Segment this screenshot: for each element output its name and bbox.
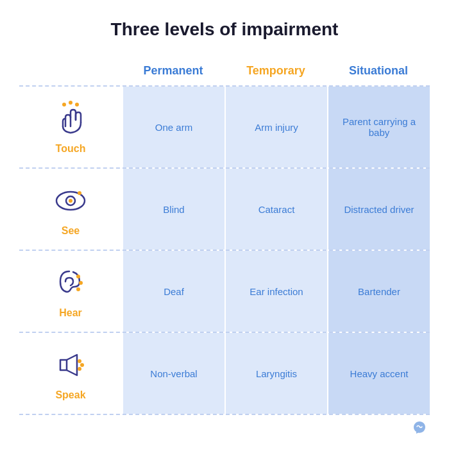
svg-point-0 bbox=[62, 103, 66, 106]
hear-label: Hear bbox=[59, 307, 82, 319]
svg-point-2 bbox=[75, 103, 79, 106]
svg-point-11 bbox=[78, 359, 81, 363]
svg-point-8 bbox=[79, 281, 83, 285]
header-permanent: Permanent bbox=[122, 59, 224, 85]
svg-point-7 bbox=[76, 275, 80, 278]
see-label: See bbox=[62, 225, 80, 237]
hear-temporary: Ear infection bbox=[224, 251, 327, 332]
logo-area bbox=[19, 420, 430, 436]
touch-situational: Parent carrying a baby bbox=[327, 87, 430, 167]
svg-marker-10 bbox=[60, 360, 67, 370]
svg-point-1 bbox=[69, 101, 72, 105]
see-situational: Distracted driver bbox=[327, 169, 430, 250]
speak-situational: Heavy accent bbox=[327, 333, 430, 414]
table-row-touch: Touch One arm Arm injury Parent carrying… bbox=[19, 85, 430, 167]
table-row-hear: Hear Deaf Ear infection Bartender bbox=[19, 250, 430, 332]
watermark-logo bbox=[412, 420, 427, 436]
speak-permanent: Non-verbal bbox=[122, 333, 224, 414]
touch-label: Touch bbox=[56, 143, 86, 155]
see-permanent: Blind bbox=[122, 169, 224, 250]
speak-icon bbox=[51, 346, 90, 384]
touch-icon bbox=[51, 99, 90, 138]
svg-point-5 bbox=[69, 199, 72, 203]
icon-cell-touch: Touch bbox=[19, 87, 122, 167]
hear-icon bbox=[51, 264, 90, 302]
touch-permanent: One arm bbox=[122, 87, 224, 167]
hear-permanent: Deaf bbox=[122, 251, 224, 332]
icon-cell-speak: Speak bbox=[19, 333, 122, 414]
see-icon bbox=[51, 182, 90, 220]
hear-situational: Bartender bbox=[327, 251, 430, 332]
page-title: Three levels of impairment bbox=[111, 19, 339, 40]
svg-point-6 bbox=[78, 191, 81, 195]
speak-label: Speak bbox=[55, 389, 85, 401]
header-temporary: Temporary bbox=[224, 59, 327, 85]
header-ability bbox=[19, 59, 122, 85]
svg-point-13 bbox=[78, 367, 81, 371]
table-header: Permanent Temporary Situational bbox=[19, 59, 430, 85]
table-row-speak: Speak Non-verbal Laryngitis Heavy accent bbox=[19, 332, 430, 415]
touch-temporary: Arm injury bbox=[224, 87, 327, 167]
svg-point-12 bbox=[80, 363, 84, 367]
icon-cell-hear: Hear bbox=[19, 251, 122, 332]
see-temporary: Cataract bbox=[224, 169, 327, 250]
header-situational: Situational bbox=[327, 59, 430, 85]
table-row-see: See Blind Cataract Distracted driver bbox=[19, 167, 430, 250]
impairment-table: Permanent Temporary Situational bbox=[19, 59, 430, 415]
svg-point-9 bbox=[76, 287, 80, 291]
speak-temporary: Laryngitis bbox=[224, 333, 327, 414]
icon-cell-see: See bbox=[19, 169, 122, 250]
